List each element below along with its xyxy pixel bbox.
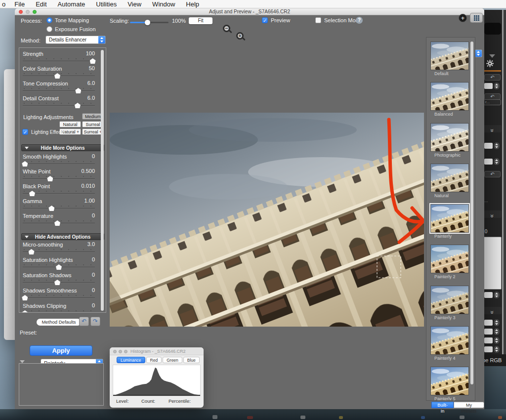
fit-button[interactable]: Fit (189, 17, 212, 24)
style-preset-item[interactable]: Photographic (426, 119, 470, 160)
slider-track[interactable] (23, 57, 95, 63)
settings-scrollbar[interactable] (101, 50, 104, 311)
radio-icon[interactable] (46, 17, 52, 23)
histogram-channel-tab[interactable]: Green (163, 357, 182, 363)
style-preset-item[interactable]: Balanced (426, 78, 470, 119)
add-preset-icon[interactable]: + (459, 14, 467, 22)
undo-icon[interactable]: ↶ (484, 74, 501, 81)
app-menu-partial[interactable]: o (2, 0, 5, 8)
slider-track[interactable] (23, 190, 95, 196)
style-preset-item[interactable]: Painterly 4 (426, 322, 470, 363)
histogram-channel-tab[interactable]: Blue (183, 357, 200, 363)
zoom-icon[interactable] (124, 350, 127, 353)
style-preset-item[interactable]: Painterly 5 (426, 363, 470, 401)
redo-icon[interactable]: ↷ (90, 317, 100, 326)
swatch-stepper[interactable] (484, 319, 501, 326)
close-button[interactable] (19, 10, 23, 14)
style-preset-thumbnail[interactable] (430, 367, 469, 395)
lighting-effects-checkbox-row[interactable]: ✓ Lighting Effects (22, 129, 65, 135)
swatch-stepper[interactable] (484, 142, 501, 149)
lighting-adjustment-button[interactable]: Natural (59, 121, 81, 127)
close-icon[interactable] (113, 350, 117, 353)
gear-icon[interactable] (486, 60, 494, 69)
dock[interactable] (0, 409, 506, 420)
slider-track[interactable] (23, 102, 95, 108)
preset-source-tab[interactable]: My Presets (454, 402, 484, 408)
minimize-icon[interactable] (119, 350, 122, 353)
style-preset-item[interactable]: Painterly (426, 200, 470, 241)
menu-item[interactable]: File (14, 0, 25, 8)
chevron-down-icon[interactable] (489, 54, 495, 58)
slider-track[interactable] (23, 160, 95, 166)
process-option[interactable]: Exposure Fusion (46, 26, 96, 33)
undo-icon[interactable]: ↶ (484, 171, 501, 177)
chevron-double-icon[interactable]: » (483, 307, 502, 314)
method-select[interactable]: Details Enhancer (45, 36, 106, 44)
checkbox-checked-icon[interactable]: ✓ (262, 17, 268, 23)
menu-item[interactable]: Utilities (96, 0, 117, 8)
style-preset-thumbnail[interactable] (430, 82, 469, 111)
background-button-partial[interactable]: r... (483, 99, 501, 105)
zoom-out-icon[interactable]: − (223, 25, 230, 32)
swatch-stepper[interactable] (484, 328, 501, 335)
slider-track[interactable] (23, 175, 95, 181)
menu-item[interactable]: Window (152, 0, 175, 8)
menu-item[interactable]: Help (186, 0, 199, 8)
style-preset-thumbnail[interactable] (430, 123, 469, 152)
scaling-slider[interactable] (130, 22, 169, 23)
menu-item[interactable]: Automate (58, 0, 85, 8)
zoom-in-icon[interactable]: + (236, 32, 244, 40)
styles-scrollbar[interactable] (470, 42, 473, 384)
scaling-slider-thumb[interactable] (145, 20, 150, 25)
undo-icon[interactable]: ↶ (79, 317, 89, 326)
slider-track[interactable] (23, 248, 95, 254)
preview-checkbox-row[interactable]: ✓ Preview (262, 17, 290, 23)
preview-image[interactable] (110, 113, 424, 327)
selection-mode-checkbox-row[interactable]: Selection Mode (315, 17, 362, 23)
style-preset-item[interactable]: Painterly 3 (426, 282, 470, 322)
hide-advanced-options-header[interactable]: Hide Advanced Options (21, 233, 104, 240)
checkbox-empty-icon[interactable] (315, 17, 321, 23)
chevron-double-icon[interactable]: » (483, 125, 502, 132)
preset-source-tab[interactable]: Built-In (431, 402, 454, 408)
swatch-stepper[interactable] (484, 158, 501, 165)
background-button[interactable] (484, 23, 501, 35)
style-preset-item[interactable]: Natural (426, 160, 470, 200)
radio-icon[interactable] (46, 26, 52, 32)
histogram-titlebar[interactable]: Histogram - _S7A6646.CR2 (110, 347, 204, 355)
style-preset-item[interactable]: Painterly 2 (426, 241, 470, 281)
method-defaults-button[interactable]: Method Defaults (37, 319, 81, 326)
style-preset-thumbnail[interactable] (430, 164, 469, 192)
swatch-stepper[interactable] (484, 346, 501, 353)
grid-view-button[interactable] (470, 13, 483, 23)
help-icon[interactable]: ? (356, 17, 363, 24)
histogram-window[interactable]: Histogram - _S7A6646.CR2 LuminanceRedGre… (110, 347, 204, 408)
histogram-channel-tab[interactable]: Luminance (117, 357, 145, 363)
process-option[interactable]: Tone Mapping (46, 17, 89, 24)
menu-item[interactable]: Edit (36, 0, 46, 8)
style-preset-thumbnail[interactable] (430, 326, 469, 355)
large-swatch[interactable] (483, 237, 502, 290)
slider-track[interactable] (23, 205, 95, 210)
swatch-stepper[interactable] (484, 83, 501, 89)
slider-track[interactable] (23, 87, 95, 93)
style-preset-thumbnail[interactable] (430, 204, 469, 233)
swatch-stepper[interactable] (484, 292, 501, 298)
slider-track[interactable] (23, 263, 95, 269)
slider-track[interactable] (23, 219, 95, 225)
slider-track[interactable] (23, 279, 95, 285)
slider-track[interactable] (23, 309, 95, 313)
apply-button[interactable]: Apply (30, 345, 92, 356)
swatch-stepper[interactable] (484, 337, 501, 344)
slider-track[interactable] (23, 294, 95, 300)
style-preset-item[interactable]: Default (426, 38, 470, 78)
menu-item[interactable]: View (127, 0, 141, 8)
chevron-double-icon[interactable]: » (483, 210, 502, 218)
window-titlebar[interactable]: Adjust and Preview - _S7A6646.CR2 (15, 8, 484, 15)
style-preset-thumbnail[interactable] (430, 245, 469, 273)
slider-track[interactable] (23, 72, 95, 78)
zoom-window-button[interactable] (33, 10, 37, 14)
histogram-channel-tab[interactable]: Red (146, 357, 162, 363)
style-preset-thumbnail[interactable] (430, 42, 469, 70)
hide-more-options-header[interactable]: Hide More Options (21, 144, 104, 151)
